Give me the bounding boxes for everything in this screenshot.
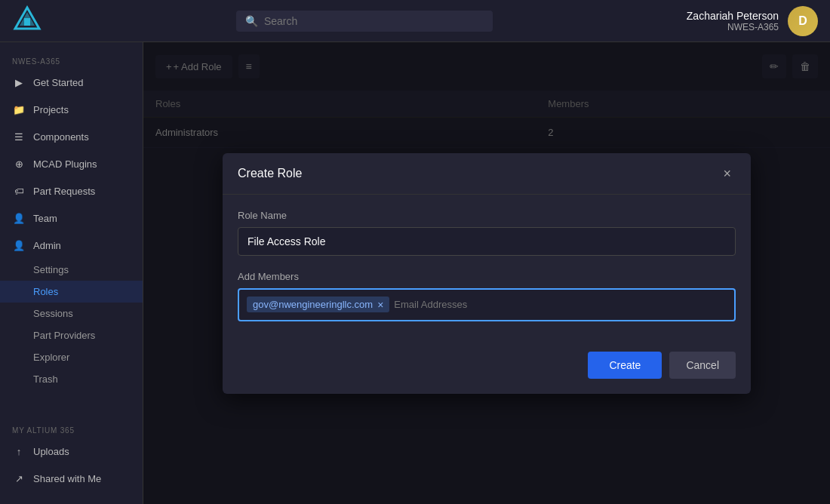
search-icon: 🔍 [245,15,258,27]
sidebar-label-get-started: Get Started [33,77,83,88]
sidebar-item-part-requests[interactable]: 🏷 Part Requests [0,177,143,204]
sidebar-item-admin[interactable]: 👤 Admin [0,232,143,259]
sidebar-label-shared-with-me: Shared with Me [33,473,101,484]
modal-overlay: Create Role × Role Name Add Members gov@… [143,42,830,504]
modal-title: Create Role [238,167,302,180]
email-tag: gov@nwengineeringllc.com × [247,297,389,312]
modal-header: Create Role × [223,153,751,195]
sidebar-item-team[interactable]: 👤 Team [0,204,143,232]
user-info: Zachariah Peterson NWES-A365 D [687,6,818,36]
sidebar-sub-sessions[interactable]: Sessions [0,303,143,324]
sidebar-label-team: Team [33,213,57,224]
sidebar-label-uploads: Uploads [33,446,69,457]
sidebar-sub-explorer[interactable]: Explorer [0,346,143,368]
sidebar-item-components[interactable]: ☰ Components [0,123,143,150]
sidebar-label-components: Components [33,131,89,143]
main-content: + + Add Role ≡ ✏ 🗑 Roles Members [143,42,830,504]
role-name-label: Role Name [238,210,736,221]
sidebar-sub-settings[interactable]: Settings [0,259,143,281]
upload-icon: ↑ [12,444,26,458]
rocket-icon: ▶ [12,75,26,89]
sidebar-item-uploads[interactable]: ↑ Uploads [0,438,143,465]
avatar[interactable]: D [788,6,818,36]
sidebar-section-1-label: NWES-A365 [0,51,143,69]
user-name: Zachariah Peterson [687,10,779,22]
email-input-container[interactable]: gov@nwengineeringllc.com × [238,288,736,321]
sidebar-item-get-started[interactable]: ▶ Get Started [0,69,143,96]
modal-close-button[interactable]: × [718,165,736,182]
sidebar-section-2-label: MY ALTIUM 365 [0,420,143,438]
app-header: 🔍 Zachariah Peterson NWES-A365 D [0,0,830,42]
cancel-button[interactable]: Cancel [669,352,736,379]
modal-body: Role Name Add Members gov@nwengineeringl… [223,195,751,352]
share-icon: ↗ [12,472,26,485]
puzzle-icon: ⊕ [12,157,26,171]
sidebar-item-mcad-plugins[interactable]: ⊕ MCAD Plugins [0,150,143,177]
email-input[interactable] [394,299,727,310]
logo [12,5,42,38]
create-role-modal: Create Role × Role Name Add Members gov@… [223,153,751,394]
email-tag-value: gov@nwengineeringllc.com [253,299,373,310]
sidebar-label-admin: Admin [33,240,61,251]
sidebar-label-mcad-plugins: MCAD Plugins [33,158,97,170]
folder-icon: 📁 [12,103,26,116]
add-members-label: Add Members [238,271,736,282]
sidebar-sub-trash[interactable]: Trash [0,368,143,390]
sidebar-sub-part-providers[interactable]: Part Providers [0,324,143,346]
sidebar-label-part-requests: Part Requests [33,186,95,197]
sidebar: NWES-A365 ▶ Get Started 📁 Projects ☰ Com… [0,42,143,504]
person-icon: 👤 [12,211,26,225]
search-bar[interactable]: 🔍 [236,11,493,32]
search-input[interactable] [264,15,484,27]
sidebar-item-projects[interactable]: 📁 Projects [0,96,143,123]
create-button[interactable]: Create [588,352,662,379]
list-icon: ☰ [12,130,26,143]
sidebar-item-shared-with-me[interactable]: ↗ Shared with Me [0,465,143,492]
email-tag-remove-button[interactable]: × [377,300,383,310]
role-name-input[interactable] [238,227,736,256]
admin-icon: 👤 [12,238,26,252]
tag-icon: 🏷 [12,184,26,198]
sidebar-sub-roles[interactable]: Roles [0,281,143,303]
modal-footer: Create Cancel [223,352,751,394]
user-org: NWES-A365 [687,22,779,32]
svg-rect-2 [24,18,30,26]
sidebar-label-projects: Projects [33,104,69,115]
